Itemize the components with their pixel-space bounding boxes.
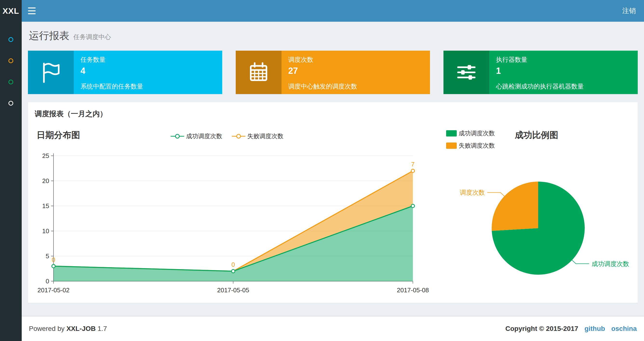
oschina-link[interactable]: oschina: [611, 325, 637, 332]
copyright: Copyright © 2015-2017: [506, 325, 578, 332]
top-navbar: XXL 注销: [0, 0, 644, 22]
circle-outline-icon: [8, 58, 13, 63]
page: XXL 注销 运行报表 任务调度中心: [0, 0, 644, 341]
info-box-jobs: 任务数量 4 系统中配置的任务数量: [28, 51, 222, 94]
sidebar-item-2[interactable]: [0, 50, 22, 71]
sidebar-item-3[interactable]: [0, 71, 22, 93]
pie-chart-title: 成功比例图: [515, 129, 558, 141]
legend-marker-icon: [171, 133, 184, 139]
line-chart-legend: 成功调度次数失败调度次数: [171, 132, 284, 140]
legend-label: 成功调度次数: [186, 132, 222, 140]
logout-link[interactable]: 注销: [614, 0, 644, 22]
hamburger-icon: [28, 8, 36, 9]
legend-swatch-icon: [446, 130, 457, 137]
svg-text:失败调度次数: 失败调度次数: [460, 189, 485, 196]
pie-chart: 成功调度次数失败调度次数: [460, 167, 642, 299]
info-box-description: 心跳检测成功的执行器机器数量: [496, 82, 632, 91]
pie-chart-svg: 成功调度次数失败调度次数: [460, 167, 642, 299]
footer: Powered by XXL-JOB 1.7 Copyright © 2015-…: [22, 316, 644, 341]
circle-outline-icon: [8, 80, 13, 84]
info-box-title: 执行器数量: [496, 56, 632, 64]
legend-marker-icon: [232, 133, 245, 139]
legend-item[interactable]: 失败调度次数: [232, 132, 284, 140]
info-box-title: 调度次数: [288, 56, 424, 64]
legend-swatch-icon: [446, 143, 457, 149]
legend-item[interactable]: 成功调度次数: [446, 129, 495, 137]
info-box-value: 27: [288, 66, 424, 76]
legend-label: 失败调度次数: [459, 142, 495, 150]
svg-text:0: 0: [46, 277, 49, 285]
info-box-value: 1: [496, 66, 632, 76]
svg-text:2017-05-08: 2017-05-08: [397, 286, 429, 294]
svg-text:0: 0: [52, 256, 55, 263]
svg-text:10: 10: [42, 227, 49, 235]
report-panel: 调度报表（一月之内） 日期分布图 成功调度次数失败调度次数 0510152025…: [28, 102, 638, 303]
info-box-title: 任务数量: [80, 56, 216, 64]
pie-chart-legend: 成功调度次数失败调度次数: [446, 129, 495, 150]
circle-outline-icon: [8, 37, 13, 42]
product-name: XXL-JOB: [66, 325, 96, 332]
footer-right: Copyright © 2015-2017 github oschina: [506, 325, 637, 332]
calendar-icon: [247, 61, 270, 84]
info-box-executors: 执行器数量 1 心跳检测成功的执行器机器数量: [444, 51, 638, 94]
panel-title: 调度报表（一月之内）: [35, 109, 107, 119]
legend-item[interactable]: 成功调度次数: [171, 132, 222, 140]
svg-text:0: 0: [232, 261, 235, 268]
line-chart-svg: 05101520252017-05-022017-05-052017-05-08…: [35, 143, 442, 297]
info-box-description: 系统中配置的任务数量: [80, 82, 216, 91]
info-box-value: 4: [80, 66, 216, 76]
github-link[interactable]: github: [584, 325, 605, 332]
logo[interactable]: XXL: [0, 0, 22, 22]
legend-label: 失败调度次数: [247, 132, 284, 140]
page-title: 运行报表: [29, 29, 70, 43]
line-chart: 05101520252017-05-022017-05-052017-05-08…: [35, 143, 442, 297]
powered-by: Powered by XXL-JOB 1.7: [29, 325, 107, 332]
sidebar-item-1[interactable]: [0, 29, 22, 50]
info-box-triggers: 调度次数 27 调度中心触发的调度次数: [236, 51, 430, 94]
legend-label: 成功调度次数: [459, 129, 495, 137]
svg-text:15: 15: [42, 202, 49, 210]
page-header: 运行报表 任务调度中心: [22, 22, 644, 47]
product-version: 1.7: [98, 325, 107, 332]
svg-text:20: 20: [42, 177, 49, 184]
sliders-icon: [455, 61, 478, 84]
circle-outline-icon: [8, 101, 13, 106]
main-content: 运行报表 任务调度中心 任务数量 4 系统中配置的任务数量: [22, 22, 644, 341]
svg-text:25: 25: [42, 152, 49, 159]
info-box-description: 调度中心触发的调度次数: [288, 82, 424, 91]
flag-icon: [39, 61, 62, 84]
line-chart-title: 日期分布图: [37, 129, 80, 141]
legend-item[interactable]: 失败调度次数: [446, 142, 495, 150]
logo-text: XXL: [2, 6, 19, 16]
sidebar: [0, 22, 22, 341]
svg-text:成功调度次数: 成功调度次数: [592, 260, 629, 267]
svg-text:5: 5: [46, 252, 49, 260]
page-subtitle: 任务调度中心: [73, 33, 111, 41]
svg-text:7: 7: [411, 161, 414, 168]
sidebar-toggle-button[interactable]: [22, 0, 42, 22]
svg-text:2017-05-02: 2017-05-02: [38, 286, 70, 294]
info-box-row: 任务数量 4 系统中配置的任务数量: [22, 47, 644, 94]
sidebar-item-4[interactable]: [0, 93, 22, 114]
svg-text:2017-05-05: 2017-05-05: [217, 286, 249, 294]
